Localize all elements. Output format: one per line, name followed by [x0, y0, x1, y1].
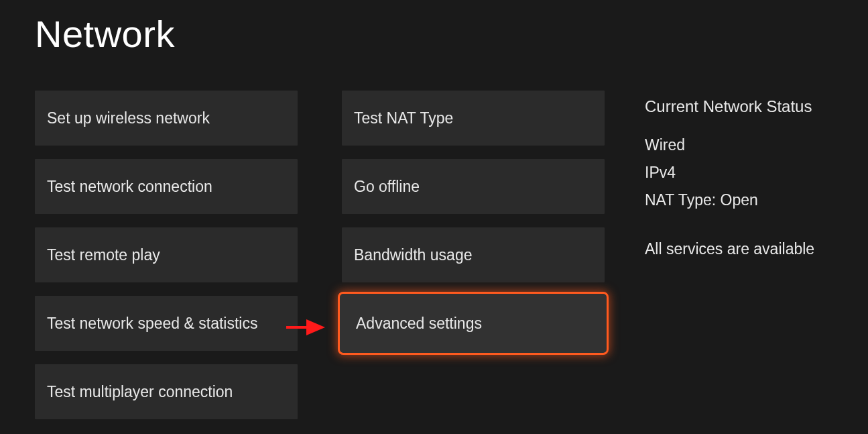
status-services: All services are available	[645, 240, 814, 258]
status-ip-version: IPv4	[645, 164, 814, 182]
tile-label: Advanced settings	[356, 315, 482, 333]
status-heading: Current Network Status	[645, 97, 814, 116]
tile-test-remote-play[interactable]: Test remote play	[35, 227, 298, 282]
tile-label: Test remote play	[47, 246, 160, 264]
tile-label: Test NAT Type	[354, 109, 453, 127]
tile-label: Test multiplayer connection	[47, 383, 233, 401]
tile-setup-wireless[interactable]: Set up wireless network	[35, 91, 298, 146]
content-area: Set up wireless network Test network con…	[0, 56, 868, 419]
page-title: Network	[0, 0, 868, 56]
tile-test-nat[interactable]: Test NAT Type	[342, 91, 605, 146]
tile-test-speed[interactable]: Test network speed & statistics	[35, 296, 298, 351]
tile-label: Bandwidth usage	[354, 246, 472, 264]
tile-label: Go offline	[354, 178, 420, 196]
tile-label: Test network speed & statistics	[47, 315, 257, 333]
tile-test-connection[interactable]: Test network connection	[35, 159, 298, 214]
tile-test-multiplayer[interactable]: Test multiplayer connection	[35, 364, 298, 419]
tile-advanced-settings[interactable]: Advanced settings	[338, 292, 609, 355]
status-nat-type: NAT Type: Open	[645, 191, 814, 209]
tile-label: Set up wireless network	[47, 109, 210, 127]
right-column: Test NAT Type Go offline Bandwidth usage…	[342, 91, 605, 419]
tile-go-offline[interactable]: Go offline	[342, 159, 605, 214]
status-panel: Current Network Status Wired IPv4 NAT Ty…	[645, 91, 814, 419]
status-connection-type: Wired	[645, 136, 814, 154]
tile-label: Test network connection	[47, 178, 212, 196]
tile-bandwidth[interactable]: Bandwidth usage	[342, 227, 605, 282]
left-column: Set up wireless network Test network con…	[35, 91, 298, 419]
tile-columns: Set up wireless network Test network con…	[35, 91, 605, 419]
